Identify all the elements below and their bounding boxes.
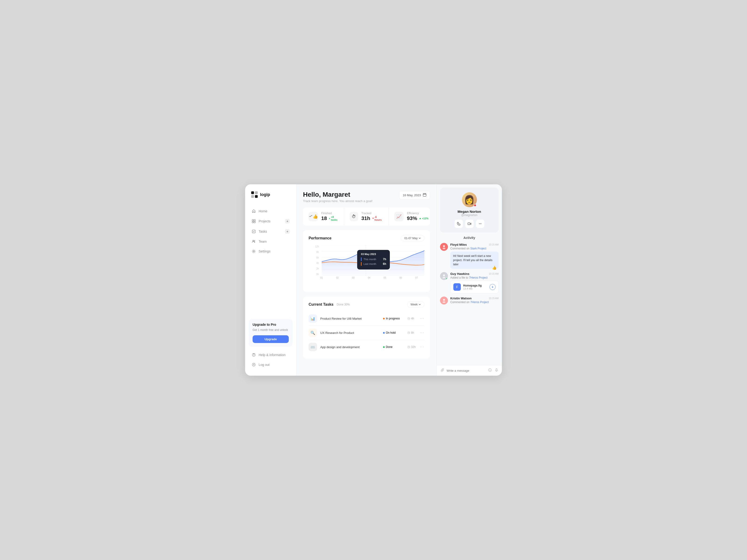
message-emoji: 👍	[492, 265, 497, 271]
task-name-1: UX Research for Product	[320, 331, 380, 335]
sidebar-item-tasks[interactable]: Tasks +	[249, 227, 292, 236]
file-download-button[interactable]	[490, 284, 496, 290]
tracked-value: 31h -6 hours	[361, 215, 383, 221]
svg-rect-7	[254, 221, 255, 223]
task-time-1: 8h	[407, 331, 417, 335]
projects-add-btn[interactable]: +	[285, 219, 290, 223]
greeting-title: Hello, Margaret	[303, 191, 372, 198]
sidebar-item-team[interactable]: Team	[249, 237, 292, 246]
bottom-nav: Help & information Log out	[249, 350, 292, 369]
tasks-add-btn[interactable]: +	[285, 229, 290, 234]
guy-time: 10:15 AM	[489, 272, 499, 275]
kristin-avatar	[440, 297, 448, 304]
logo: logip	[249, 191, 292, 198]
task-icon-1: 🔍	[309, 328, 317, 337]
greeting-subtitle: Track team progress here. You almost rea…	[303, 199, 372, 203]
task-name-2: App design and development	[320, 345, 380, 349]
tasks-done: Done 30%	[337, 303, 350, 306]
svg-rect-26	[468, 223, 470, 225]
svg-point-27	[479, 223, 480, 224]
task-time-2: 32h	[407, 345, 417, 349]
tooltip-last-month: Last month 6h	[361, 262, 386, 266]
sidebar-item-home[interactable]: Home	[249, 207, 292, 216]
svg-point-35	[443, 301, 445, 303]
svg-point-11	[253, 251, 254, 252]
activity-section: Activity Floyd Miles 10:15 AM Commented …	[437, 233, 502, 365]
online-indicator	[446, 278, 448, 280]
message-input-area	[437, 365, 502, 376]
team-icon	[252, 239, 256, 244]
date-range-button[interactable]: 01-07 May	[401, 235, 424, 241]
file-size: 13.4 Mb	[463, 287, 482, 290]
floyd-header: Floyd Miles 10:15 AM	[450, 243, 499, 246]
profile-actions	[455, 219, 484, 228]
tasks-label: Tasks	[259, 230, 267, 233]
task-more-1[interactable]: ···	[420, 331, 424, 335]
kristin-text: Commented on 7Heros Project	[450, 300, 499, 304]
emoji-button[interactable]	[488, 368, 492, 373]
mic-button[interactable]	[494, 368, 499, 373]
week-selector[interactable]: Week	[407, 301, 424, 308]
guy-content: Guy Hawkins 10:15 AM Added a file to 7He…	[450, 272, 499, 293]
avatar-wrapper: 👩	[462, 192, 477, 207]
floyd-text: Commented on Stark Project	[450, 247, 499, 250]
stat-finished: 👍 Finished 18 +8 tasks	[303, 208, 344, 225]
file-icon: F	[453, 283, 461, 291]
task-row: 🔍 UX Research for Product On hold 8h ···	[309, 326, 424, 340]
call-button[interactable]	[455, 219, 463, 228]
tasks-header: Current Tasks Done 30% Week	[309, 301, 424, 308]
efficiency-icon: 📈	[394, 212, 404, 221]
finished-delta: +8 tasks	[329, 216, 338, 221]
upgrade-button[interactable]: Upgrade	[253, 335, 289, 343]
attach-button[interactable]	[440, 368, 445, 373]
finished-icon: 👍	[309, 212, 318, 221]
upgrade-card: Upgrade to Pro Get 1 month free and unlo…	[249, 319, 292, 347]
date-text: 16 May, 2023	[403, 193, 421, 197]
sidebar-item-projects[interactable]: Projects +	[249, 216, 292, 226]
svg-point-36	[489, 369, 492, 372]
upgrade-title: Upgrade to Pro	[253, 323, 289, 326]
svg-rect-39	[496, 369, 497, 371]
floyd-time: 10:15 AM	[489, 243, 499, 246]
floyd-avatar	[440, 243, 448, 251]
date-badge[interactable]: 16 May, 2023	[399, 191, 430, 199]
more-button[interactable]	[476, 219, 484, 228]
stat-efficiency: 📈 Efficiency 93% +12%	[389, 208, 430, 225]
svg-rect-1	[255, 191, 258, 194]
task-name-0: Product Review for UI8 Market	[320, 317, 380, 320]
avatar-status	[474, 204, 476, 207]
task-row: ⌨️ App design and development Done 32h ·…	[309, 340, 424, 354]
task-more-0[interactable]: ···	[420, 316, 424, 321]
sidebar-item-settings[interactable]: Settings	[249, 247, 292, 256]
kristin-content: Kristin Watson 10:15 AM Commented on 7He…	[450, 297, 499, 304]
svg-point-9	[253, 240, 254, 241]
svg-point-38	[490, 370, 491, 370]
guy-name: Guy Hawkins	[450, 272, 469, 275]
kristin-time: 10:15 AM	[489, 297, 499, 300]
sidebar-item-logout[interactable]: Log out	[249, 360, 292, 369]
tracked-delta: -6 hours	[372, 216, 383, 221]
svg-rect-5	[254, 219, 255, 221]
performance-chart: 03 May 2023 This month 7h Last month 6h …	[309, 245, 424, 287]
message-input[interactable]	[446, 369, 486, 372]
video-button[interactable]	[465, 219, 474, 228]
finished-label: Finished	[321, 212, 338, 215]
guy-header: Guy Hawkins 10:15 AM	[450, 272, 499, 275]
greeting-block: Hello, Margaret Track team progress here…	[303, 191, 372, 203]
logout-icon	[252, 363, 256, 367]
task-more-2[interactable]: ···	[420, 345, 424, 349]
logo-icon	[251, 191, 258, 198]
chart-tooltip: 03 May 2023 This month 7h Last month 6h	[357, 250, 390, 269]
logo-text: logip	[260, 192, 270, 197]
right-panel: 👩 Megan Norton @megnorton Activity	[437, 184, 502, 376]
projects-label: Projects	[259, 219, 271, 223]
performance-title: Performance	[309, 236, 332, 240]
svg-point-33	[443, 277, 445, 278]
svg-point-34	[443, 299, 445, 301]
efficiency-delta: +12%	[419, 217, 428, 220]
svg-rect-3	[255, 195, 258, 198]
logout-label: Log out	[259, 363, 269, 367]
svg-point-28	[480, 223, 481, 224]
svg-point-37	[489, 370, 490, 370]
sidebar-item-help[interactable]: Help & information	[249, 350, 292, 359]
